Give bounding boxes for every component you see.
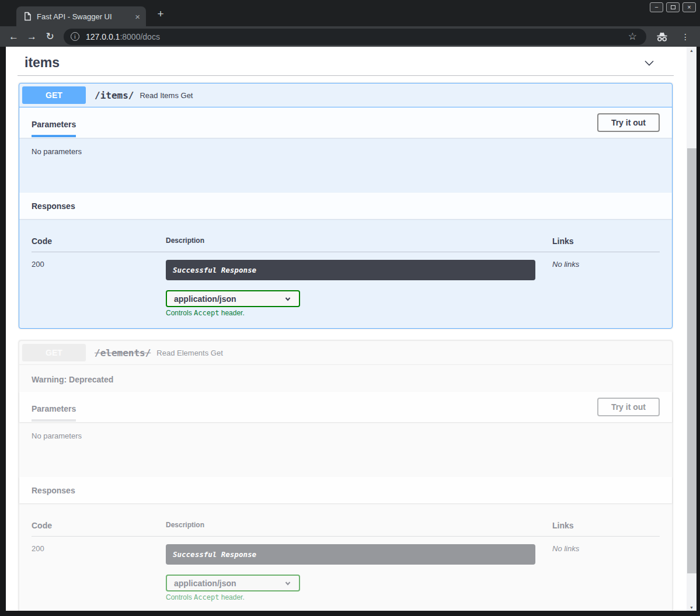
responses-title: Responses [32, 201, 75, 211]
url-host: 127.0.0.1 [86, 32, 120, 41]
column-code: Code [32, 521, 166, 530]
tag-title: items [25, 55, 60, 71]
tab-close-icon[interactable]: × [135, 12, 140, 22]
forward-button[interactable]: → [23, 31, 41, 43]
page-favicon-icon [24, 12, 32, 21]
tab-parameters[interactable]: Parameters [32, 109, 76, 137]
new-tab-button[interactable]: + [154, 8, 167, 20]
response-description-box: Successful Response [166, 544, 535, 565]
media-type-select[interactable]: application/json [166, 575, 300, 591]
media-type-value: application/json [174, 294, 236, 304]
no-parameters-text: No parameters [19, 422, 672, 477]
column-description: Description [166, 236, 552, 246]
media-type-value: application/json [174, 579, 236, 588]
status-code: 200 [32, 544, 166, 601]
browser-menu-icon[interactable]: ⋮ [674, 32, 694, 41]
site-info-icon[interactable]: i [71, 32, 79, 41]
opblock-get-elements-deprecated: GET /elements/ Read Elements Get Warning… [19, 340, 673, 611]
maximize-icon [671, 5, 675, 9]
select-chevron-icon [284, 579, 292, 587]
tab-strip: Fast API - Swagger UI × + − × [0, 0, 700, 26]
page-scrollbar[interactable]: ▲ ▼ [687, 47, 696, 611]
column-links: Links [552, 236, 660, 246]
response-row: 200 Successful Response application/json… [32, 252, 660, 317]
links-value: No links [552, 260, 660, 317]
window-maximize-button[interactable] [666, 2, 680, 12]
links-value: No links [552, 544, 660, 601]
url-text: 127.0.0.1:8000/docs [86, 32, 160, 41]
try-it-out-button[interactable]: Try it out [597, 113, 660, 132]
media-type-select[interactable]: application/json [166, 290, 300, 307]
endpoint-summary-text: Read Items Get [140, 91, 193, 100]
address-bar[interactable]: i 127.0.0.1:8000/docs ☆ [64, 29, 646, 45]
swagger-page: items GET /items/ Read Items Get Paramet… [6, 47, 687, 611]
window-controls: − × [650, 2, 696, 12]
responses-table: Code Description Links 200 Successful Re… [19, 219, 672, 328]
endpoint-summary-elements[interactable]: GET /elements/ Read Elements Get [19, 341, 672, 365]
endpoint-path: /items/ [92, 90, 134, 101]
reload-button[interactable]: ↻ [41, 30, 59, 43]
browser-window: Fast API - Swagger UI × + − × ← → ↻ i 12… [0, 0, 700, 616]
accept-header-note: Controls Accept header. [166, 593, 552, 601]
response-description-box: Successful Response [166, 260, 535, 280]
responses-header: Responses [19, 477, 672, 503]
scroll-down-icon[interactable]: ▼ [687, 605, 696, 610]
opblock-get-items: GET /items/ Read Items Get Parameters Tr… [19, 83, 673, 329]
close-icon: × [687, 4, 691, 11]
back-button[interactable]: ← [5, 31, 23, 43]
incognito-icon [650, 31, 674, 43]
select-chevron-icon [284, 295, 292, 303]
responses-table-head: Code Description Links [32, 236, 660, 252]
try-it-out-button[interactable]: Try it out [597, 398, 660, 416]
tab-title: Fast API - Swagger UI [37, 12, 131, 21]
deprecated-warning: Warning: Deprecated [19, 365, 672, 392]
tag-divider [18, 75, 674, 76]
browser-viewport: items GET /items/ Read Items Get Paramet… [0, 47, 700, 616]
status-code: 200 [32, 260, 166, 317]
no-parameters-text: No parameters [19, 138, 672, 193]
endpoint-path: /elements/ [92, 347, 151, 359]
responses-header: Responses [19, 193, 672, 219]
endpoint-summary-items[interactable]: GET /items/ Read Items Get [19, 83, 672, 107]
tab-parameters[interactable]: Parameters [32, 393, 76, 422]
browser-toolbar: ← → ↻ i 127.0.0.1:8000/docs ☆ ⋮ [0, 26, 700, 47]
method-badge: GET [22, 344, 86, 361]
responses-table: Code Description Links 200 Successful Re… [19, 503, 672, 611]
response-row: 200 Successful Response application/json… [32, 537, 660, 601]
minimize-icon: − [654, 4, 658, 11]
responses-title: Responses [32, 486, 75, 495]
method-badge: GET [22, 86, 86, 104]
column-links: Links [552, 521, 660, 530]
bookmark-star-icon[interactable]: ☆ [622, 30, 643, 43]
endpoint-summary-text: Read Elements Get [156, 349, 222, 357]
parameters-header: Parameters Try it out [19, 392, 672, 422]
scroll-up-icon[interactable]: ▲ [687, 48, 696, 53]
responses-table-head: Code Description Links [32, 521, 660, 537]
window-close-button[interactable]: × [682, 2, 696, 12]
window-minimize-button[interactable]: − [650, 2, 663, 12]
chevron-down-icon[interactable] [642, 56, 656, 70]
tag-section-header[interactable]: items [19, 47, 673, 74]
column-code: Code [32, 236, 166, 246]
url-path: :8000/docs [120, 32, 160, 41]
parameters-header: Parameters Try it out [19, 107, 672, 138]
accept-header-note: Controls Accept header. [166, 309, 552, 317]
scrollbar-thumb[interactable] [687, 148, 696, 573]
column-description: Description [166, 521, 552, 530]
browser-tab[interactable]: Fast API - Swagger UI × [16, 6, 146, 26]
